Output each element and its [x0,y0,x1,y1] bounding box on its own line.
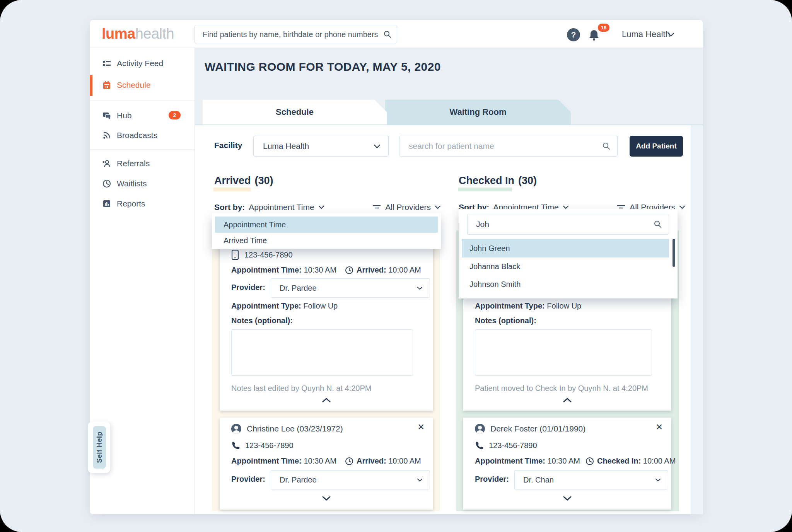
sort-option-appointment-time[interactable]: Appointment Time [215,217,438,233]
sidebar-item-reports[interactable]: Reports [102,198,192,209]
patient-phone: 123-456-7890 [244,251,293,259]
provider-select[interactable]: Dr. Pardee [271,470,430,489]
phone-icon [231,441,241,450]
provider-label: Provider: [475,475,509,484]
help-icon[interactable]: ? [567,28,580,41]
provider-label-row: Provider: [475,475,509,484]
patient-name: Christine Lee (03/23/1972) [247,424,343,433]
appointment-time-value: 10:30 AM [304,457,336,466]
sidebar-item-label: Hub [117,111,132,120]
provider-select[interactable]: Dr. Pardee [271,278,430,298]
facility-label: Facility [214,141,242,150]
search-result-item[interactable]: Johanna Black [462,257,669,275]
notes-label: Notes (optional): [475,316,536,325]
sidebar-item-label: Referrals [117,159,150,168]
sidebar-item-waitlists[interactable]: Waitlists [102,178,192,189]
chevron-down-icon [318,205,324,209]
provider-select-value: Dr. Pardee [280,284,317,293]
close-card-icon[interactable]: ✕ [418,422,425,432]
global-patient-search [195,25,397,44]
arrived-at-value: 10:00 AM [388,457,421,466]
appointment-time-label: Appointment Time: [475,457,545,466]
checked-in-section-title: Checked In(30) [459,175,537,187]
arrived-provider-filter[interactable]: All Providers [372,203,441,212]
search-icon [654,220,662,228]
moved-to-check-in-text: Patient moved to Check In by Quynh N. at… [475,384,648,393]
patient-phone-row: 123-456-7890 [475,441,537,450]
provider-filter-value: All Providers [385,203,431,212]
appointment-times-row: Appointment Time: 10:30 AM Arrived: 10:0… [231,266,421,275]
checked-in-patient-card-collapsed: Derek Foster (01/01/1990) ✕ 123-456-7890… [463,418,671,510]
waiting-room-patient-search [399,136,618,157]
sidebar-group-divider [90,100,195,101]
page-title: WAITING ROOM FOR TODAY, MAY 5, 2020 [205,60,441,73]
appointment-type-label: Appointment Type: [475,302,545,310]
arrived-title-text: Arrived [214,175,251,186]
checked-in-at-label: Checked In: [597,457,641,466]
arrived-sort-select[interactable]: Sort by: Appointment Time [214,203,324,212]
appointment-type-value: Follow Up [303,302,338,310]
notes-label-row: Notes (optional): [475,316,536,325]
logo-health: health [135,26,174,42]
chevron-down-icon [374,144,381,148]
self-help-label: Self Help [96,431,104,463]
search-result-item[interactable]: John Green [462,239,669,257]
self-help-tab[interactable]: Self Help [93,426,106,469]
patient-name-row: Derek Foster (01/01/1990) [475,424,585,434]
checked-in-patient-search-input[interactable] [467,214,669,235]
notes-label: Notes (optional): [231,316,293,325]
provider-label-row: Provider: [231,475,265,484]
patient-name-row: Christine Lee (03/23/1972) [231,424,343,434]
sidebar-item-referrals[interactable]: Referrals [102,158,192,169]
tab-waiting-room[interactable]: Waiting Room [385,100,571,124]
luma-health-logo: lumahealth [102,26,174,42]
facility-select[interactable]: Luma Health [253,136,389,157]
sort-option-arrived-time[interactable]: Arrived Time [215,234,438,247]
results-scrollbar[interactable] [673,239,675,267]
account-menu[interactable]: Luma Health [622,29,670,39]
expand-card-chevron-down-icon[interactable] [563,496,572,501]
arrived-at-label: Arrived: [357,457,386,466]
checked-in-count: (30) [518,175,537,186]
waitlists-clock-icon [102,179,111,188]
notes-textarea[interactable] [231,329,413,376]
checked-in-underline [458,188,512,191]
waiting-room-patient-search-input[interactable] [399,136,618,157]
patient-phone: 123-456-7890 [489,441,537,450]
broadcasts-rss-icon [102,131,111,140]
referrals-add-person-icon [102,159,111,168]
clock-icon [585,457,594,466]
close-card-icon[interactable]: ✕ [656,422,663,432]
chevron-down-icon [417,286,423,290]
chevron-down-icon [679,205,685,209]
notes-textarea[interactable] [475,329,652,376]
tab-schedule[interactable]: Schedule [203,100,387,124]
provider-select[interactable]: Dr. Chan [514,470,668,489]
chevron-down-icon [417,478,423,482]
sort-by-label: Sort by: [214,203,245,212]
activity-feed-icon [102,59,111,68]
appointment-time-value: 10:30 AM [547,457,580,466]
appointment-time-value: 10:30 AM [304,266,336,275]
sidebar-item-broadcasts[interactable]: Broadcasts [102,130,192,141]
tab-label: Schedule [276,107,314,117]
collapse-card-chevron-up-icon[interactable] [322,397,331,403]
notification-count-badge: 18 [597,23,610,32]
collapse-card-chevron-up-icon[interactable] [563,397,572,403]
arrived-section-title: Arrived(30) [214,175,273,187]
add-patient-button[interactable]: Add Patient [630,136,683,157]
expand-card-chevron-down-icon[interactable] [322,496,331,501]
checked-in-at-value: 10:00 AM [643,457,676,466]
hub-count-badge: 2 [169,111,181,119]
search-icon [602,142,611,150]
global-patient-search-input[interactable] [195,25,397,44]
sidebar-item-label: Waitlists [117,179,147,188]
sort-by-value: Appointment Time [249,203,314,212]
search-icon [383,30,392,39]
search-result-item[interactable]: Johnson Smith [462,275,669,293]
sidebar-item-schedule[interactable]: Schedule [102,80,192,90]
account-chevron-down-icon[interactable] [667,32,674,37]
clock-icon [345,266,353,275]
logo-luma: luma [102,26,135,42]
sidebar-item-activity-feed[interactable]: Activity Feed [102,58,192,69]
